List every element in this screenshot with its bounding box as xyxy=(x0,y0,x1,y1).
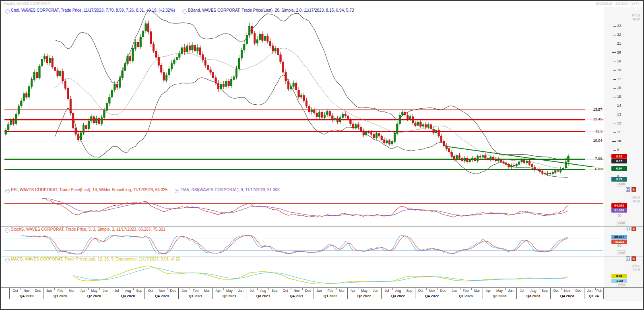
legend-series-icon: ↩ xyxy=(182,9,187,14)
legend-series-icon: ↩ xyxy=(5,258,10,262)
macd-restore-button[interactable] xyxy=(626,256,630,261)
candlestick-series xyxy=(5,21,569,176)
date-range: 9/13/2019 - 2/9/2024 (W-F) xyxy=(596,2,640,7)
macd-legend: ↩MACD, WAVES CORPORAT, Trade Price(Last)… xyxy=(5,257,180,261)
macd-axis-unit-line1: Value xyxy=(608,264,640,268)
price-axis-unit: Price PKR xyxy=(608,13,640,21)
price-legend-row[interactable]: ↩Cndl, WAVES CORPORAT, Trade Price, 11/1… xyxy=(5,8,361,14)
rsi-axis-unit-line1: Value xyxy=(608,195,640,199)
macd-auto-button[interactable]: Auto xyxy=(617,282,626,287)
stoch-close-button[interactable]: × xyxy=(632,227,636,231)
rsi-legend-row[interactable]: ↩RSI, WAVES CORPORAT, Trade Price(Last),… xyxy=(5,188,287,193)
stoch-restore-button[interactable] xyxy=(626,227,630,231)
close-icon: × xyxy=(633,188,635,192)
rsi-auto-button[interactable]: Auto xyxy=(617,221,626,225)
macd-close-button[interactable]: × xyxy=(632,256,636,261)
title-bar: Weekly WAVES CORPORAT 9/13/2019 - 2/9/20… xyxy=(1,1,643,7)
stochs-legend: ↩StochS, WAVES CORPORAT, Trade Price, 5,… xyxy=(5,227,165,231)
close-icon: × xyxy=(633,227,635,231)
rsi-close-button[interactable]: × xyxy=(632,187,636,192)
legend-series-icon: ↩ xyxy=(5,228,10,233)
legend-series-icon: ↩ xyxy=(175,189,179,193)
stoch-auto-button[interactable]: Auto xyxy=(617,250,626,255)
rsi-legend: ↩RSI, WAVES CORPORAT, Trade Price(Last),… xyxy=(5,188,167,192)
rsi-axis-unit-line2: PKR xyxy=(608,199,640,203)
macd-axis-unit-line2: PKR xyxy=(608,268,640,272)
macd-axis-unit: Value PKR xyxy=(608,264,640,272)
bband-legend: ↩BBand, WAVES CORPORAT, Trade Price(Last… xyxy=(182,8,354,12)
legend-series-icon: ↩ xyxy=(5,189,10,193)
cndl-legend: ↩Cndl, WAVES CORPORAT, Trade Price, 11/1… xyxy=(5,8,175,12)
price-axis-unit-line1: Price xyxy=(608,13,640,17)
close-icon: × xyxy=(633,257,635,261)
rsi-restore-button[interactable] xyxy=(626,187,630,192)
app-window: Weekly WAVES CORPORAT 9/13/2019 - 2/9/20… xyxy=(0,0,644,310)
price-auto-button[interactable]: Auto xyxy=(617,182,626,186)
price-axis-unit-line2: PKR xyxy=(608,17,640,21)
ema-legend: ↩EMA, RSI(WAVES CORPORAT), 9, 11/17/2023… xyxy=(175,188,279,192)
legend-series-icon: ↩ xyxy=(5,9,10,14)
rsi-axis-unit: Value PKR xyxy=(608,195,640,203)
window-title: Weekly WAVES CORPORAT xyxy=(4,2,50,7)
macd-legend-row[interactable]: ↩MACD, WAVES CORPORAT, Trade Price(Last)… xyxy=(5,257,187,262)
stoch-legend-row[interactable]: ↩StochS, WAVES CORPORAT, Trade Price, 5,… xyxy=(5,227,173,233)
